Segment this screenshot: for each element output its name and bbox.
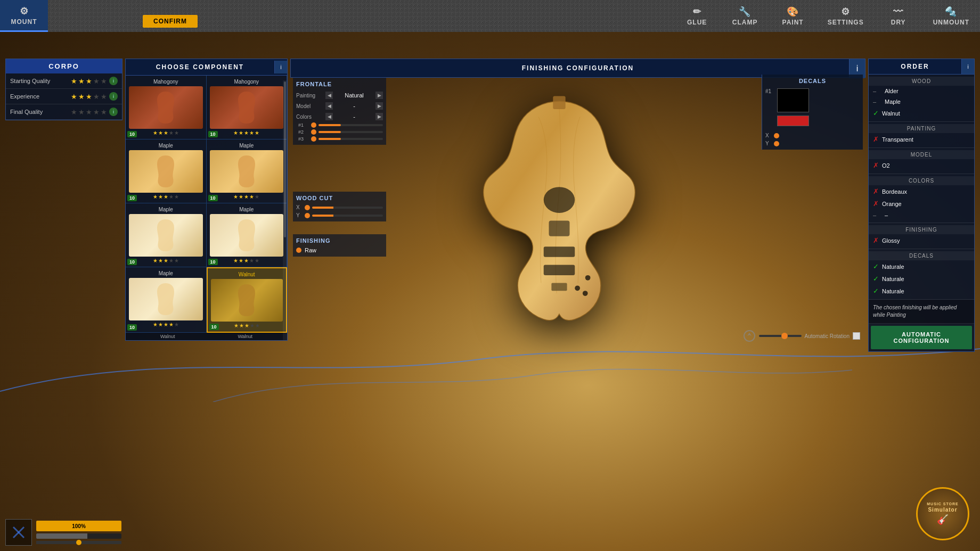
nav-clamp[interactable]: 🔧 CLAMP <box>721 0 769 32</box>
c2-img <box>210 86 284 129</box>
experience-info[interactable]: i <box>109 92 118 101</box>
frontale-label: FRONTALE <box>296 81 383 87</box>
decal-box-black <box>777 88 809 112</box>
order-info-btn[interactable]: i <box>961 59 974 74</box>
order-decals-section: DECALS ✓ Naturale ✓ Naturale ✓ Naturale <box>869 249 974 300</box>
corpo-panel: CORPO Starting Quality ★ ★ ★ ★ ★ i Exper… <box>5 59 123 120</box>
svg-rect-3 <box>544 246 575 257</box>
order-panel: ORDER i WOOD – Alder – Maple ✓ Walnut PA… <box>868 59 975 352</box>
model-prev-btn[interactable]: ◀ <box>325 102 333 110</box>
order-title: ORDER <box>869 60 961 73</box>
painting-next-btn[interactable]: ▶ <box>375 92 383 99</box>
c4-badge: 10 <box>208 195 218 201</box>
color-id-2: #2 <box>298 129 309 135</box>
painting-row: Painting ◀ Natural ▶ <box>296 92 383 99</box>
starting-quality-stars: ★ ★ ★ ★ ★ <box>71 77 107 85</box>
decals-panel: DECALS #1 X Y <box>762 75 863 150</box>
dry-icon: 〰 <box>893 6 903 18</box>
nav-glue[interactable]: ✏ GLUE <box>673 0 721 32</box>
guitar-body-svg <box>476 86 642 335</box>
color-track-2 <box>318 131 383 133</box>
c1-badge: 10 <box>127 131 137 137</box>
glossy-x: ✗ <box>873 236 879 244</box>
confirm-button[interactable]: CONFIRM <box>143 15 198 28</box>
painting-prev-btn[interactable]: ◀ <box>325 92 333 99</box>
model-next-btn[interactable]: ▶ <box>375 102 383 110</box>
settings-icon: ⚙ <box>841 6 850 18</box>
woodcut-y-slider[interactable] <box>312 215 383 217</box>
rotation-slider[interactable] <box>759 335 802 337</box>
colors-prev-btn[interactable]: ◀ <box>325 113 333 120</box>
order-model-title: MODEL <box>869 150 974 159</box>
order-model-section: MODEL ✗ O2 <box>869 148 974 174</box>
nav-settings-label: SETTINGS <box>828 19 864 26</box>
auto-config-button[interactable]: AUTOMATICCONFIGURATION <box>871 326 972 349</box>
label-walnut-bottom-1: Walnut <box>129 334 207 339</box>
component-maple-5[interactable]: Maple 10 ★ ★ ★ ★ ★ <box>126 267 207 333</box>
color-dash-label: – <box>885 212 888 218</box>
final-quality-label: Final Quality <box>10 109 69 115</box>
alder-status: – <box>873 88 881 94</box>
color-slider-1: #1 <box>298 122 383 128</box>
order-color-dash: – – <box>869 210 974 220</box>
bordeaux-label: Bordeaux <box>882 188 907 195</box>
order-painting-title: PAINTING <box>869 124 974 133</box>
finishing-sub-section: FINISHING Raw <box>293 234 386 257</box>
guitar-svg-3 <box>155 154 176 189</box>
component-maple-2[interactable]: Maple 10 ★ ★ ★ ★ ★ <box>207 139 288 203</box>
fq-star1: ★ <box>71 108 77 116</box>
unmount-icon: 🔩 <box>945 6 957 18</box>
progress-bar-secondary-fill <box>36 533 87 539</box>
experience-row: Experience ★ ★ ★ ★ ★ i <box>6 89 122 104</box>
c3-badge: 10 <box>127 195 137 201</box>
component-mahogony-1[interactable]: Mahogony 10 ★ ★ ★ ★ ★ <box>126 76 207 139</box>
nav-mount[interactable]: ⚙ MOUNT <box>0 0 48 32</box>
order-maple: – Maple <box>869 96 974 107</box>
component-maple-4[interactable]: Maple 10 ★ ★ ★ ★ ★ <box>207 203 288 267</box>
colors-next-btn[interactable]: ▶ <box>375 113 383 120</box>
decal3-label: Naturale <box>882 288 904 294</box>
component-walnut-selected[interactable]: Walnut 10 ★ ★ ★ ★ ★ <box>207 267 288 333</box>
order-glossy: ✗ Glossy <box>869 234 974 246</box>
final-quality-info[interactable]: i <box>109 108 118 116</box>
c3-name: Maple <box>129 143 203 149</box>
color-sliders: #1 #2 #3 <box>298 122 383 142</box>
component-maple-3[interactable]: Maple 10 ★ ★ ★ ★ ★ <box>126 203 207 267</box>
component-mahogony-2[interactable]: Mahogony 10 ★ ★ ★ ★ ★ <box>207 76 288 139</box>
woodcut-x-slider[interactable] <box>312 207 383 209</box>
nav-unmount-label: UNMOUNT <box>933 19 969 26</box>
color-dot-2 <box>311 129 316 135</box>
nav-paint[interactable]: 🎨 PAINT <box>769 0 817 32</box>
c1-img <box>129 86 203 129</box>
decal-y-row: Y <box>765 141 860 146</box>
order-transparent: ✗ Transparent <box>869 133 974 145</box>
starting-quality-info[interactable]: i <box>109 77 118 85</box>
fq-star5: ★ <box>101 108 107 116</box>
nav-unmount[interactable]: 🔩 UNMOUNT <box>922 0 980 32</box>
rotation-icon <box>743 330 756 342</box>
nav-settings[interactable]: ⚙ SETTINGS <box>817 0 875 32</box>
bordeaux-x: ✗ <box>873 187 879 195</box>
decal1-label: Naturale <box>882 264 904 270</box>
order-header: ORDER i <box>869 59 974 75</box>
auto-rotation-checkbox[interactable] <box>853 332 860 340</box>
svg-rect-9 <box>553 96 565 109</box>
c5-name: Maple <box>129 207 203 212</box>
component-maple-1[interactable]: Maple 10 ★ ★ ★ ★ ★ <box>126 139 207 203</box>
choose-info-btn[interactable]: i <box>274 61 287 73</box>
progress-marker-dot <box>76 540 81 545</box>
order-walnut: ✓ Walnut <box>869 107 974 119</box>
nav-dry[interactable]: 〰 DRY <box>875 0 922 32</box>
guitar-svg-8 <box>236 283 257 318</box>
woodcut-y-label: Y <box>296 212 303 218</box>
guitar-svg-7 <box>155 282 176 317</box>
progress-bar-secondary <box>36 533 121 539</box>
color-id-1: #1 <box>298 122 309 128</box>
scroll-bar[interactable] <box>283 80 287 340</box>
raw-dot <box>296 248 301 253</box>
order-decal-2: ✓ Naturale <box>869 273 974 285</box>
color-id-3: #3 <box>298 136 309 142</box>
painting-label: Painting <box>296 93 325 98</box>
model-row: Model ◀ - ▶ <box>296 102 383 110</box>
orange-x: ✗ <box>873 200 879 208</box>
